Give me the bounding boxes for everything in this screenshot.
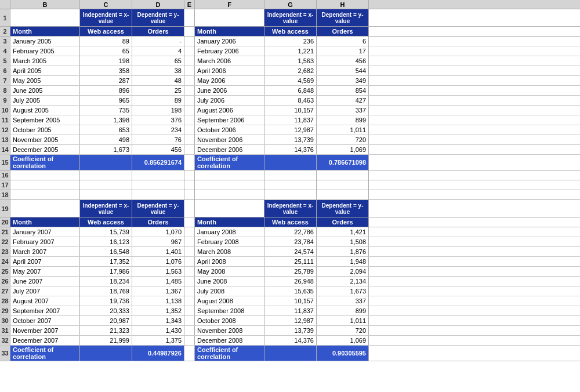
row-num-16: 16: [0, 170, 10, 180]
cell-h13: 720: [317, 135, 369, 144]
table-row: 25 May 2007 17,986 1,563 May 2008 25,789…: [0, 267, 580, 277]
cell-h1: Dependent = y-value: [317, 9, 369, 26]
cell-d12: 234: [132, 125, 184, 135]
cell-h22: 1,508: [317, 237, 369, 246]
cell-c33-corr: [80, 346, 132, 361]
cell-d8: 25: [132, 86, 184, 95]
cell-f29: September 2008: [195, 306, 264, 315]
col-header-d: D: [132, 0, 184, 9]
cell-b17: [10, 180, 80, 190]
cell-h2: Orders: [317, 27, 369, 36]
table-row: 5 March 2005 198 65 March 2006 1,563 456: [0, 56, 580, 66]
cell-g30: 12,987: [264, 316, 317, 325]
cell-f22: February 2008: [195, 237, 264, 246]
cell-h31: 720: [317, 326, 369, 335]
cell-f4: February 2006: [195, 46, 264, 56]
cell-h27: 1,673: [317, 286, 369, 296]
cell-f23: March 2008: [195, 247, 264, 256]
cell-d14: 456: [132, 145, 184, 154]
cell-g9: 8,463: [264, 96, 317, 105]
row-num-13: 13: [0, 135, 10, 144]
row-num-27: 27: [0, 286, 10, 296]
cell-c2: Web access: [80, 27, 132, 36]
cell-e23: [184, 247, 195, 256]
cell-b29: September 2007: [10, 306, 80, 315]
table-row: 4 February 2005 65 4 February 2006 1,221…: [0, 46, 580, 56]
cell-g19: Independent = x-value: [264, 200, 317, 217]
row-num-23: 23: [0, 247, 10, 256]
cell-f15-corr: Coefficient of correlation: [195, 155, 264, 170]
cell-d10: 198: [132, 106, 184, 115]
cell-e11: [184, 115, 195, 125]
cell-h33-corr: 0.90305595: [317, 346, 369, 361]
cell-b19: [10, 200, 80, 217]
cell-d31: 1,430: [132, 326, 184, 335]
table-row: 12 October 2005 653 234 October 2006 12,…: [0, 125, 580, 135]
cell-e28: [184, 296, 195, 306]
row-num-25: 25: [0, 267, 10, 276]
cell-e31: [184, 326, 195, 335]
cell-g32: 14,376: [264, 336, 317, 345]
cell-d22: 967: [132, 237, 184, 246]
cell-h8: 854: [317, 86, 369, 95]
cell-g16: [264, 170, 317, 180]
cell-b7: May 2005: [10, 76, 80, 85]
cell-g25: 25,789: [264, 267, 317, 276]
cell-e24: [184, 257, 195, 266]
cell-d2: Orders: [132, 27, 184, 36]
corner-cell: [0, 0, 10, 9]
cell-c31: 21,323: [80, 326, 132, 335]
cell-c27: 18,769: [80, 286, 132, 296]
cell-d32: 1,375: [132, 336, 184, 345]
cell-h28: 337: [317, 296, 369, 306]
col-header-b: B: [10, 0, 80, 9]
cell-b4: February 2005: [10, 46, 80, 56]
cell-d30: 1,343: [132, 316, 184, 325]
cell-h12: 1,011: [317, 125, 369, 135]
cell-b21: January 2007: [10, 227, 80, 237]
cell-f2: Month: [195, 27, 264, 36]
cell-e6: [184, 66, 195, 75]
table-row: 24 April 2007 17,352 1,076 April 2008 25…: [0, 257, 580, 267]
cell-g2: Web access: [264, 27, 317, 36]
table-row: 30 October 2007 20,987 1,343 October 200…: [0, 316, 580, 326]
cell-f31: November 2008: [195, 326, 264, 335]
cell-h6: 544: [317, 66, 369, 75]
row-num-5: 5: [0, 56, 10, 66]
row-num-17: 17: [0, 180, 10, 190]
cell-f27: July 2008: [195, 286, 264, 296]
cell-h20: Orders: [317, 217, 369, 227]
cell-g15-corr: [264, 155, 317, 170]
cell-c13: 498: [80, 135, 132, 144]
cell-h16: [317, 170, 369, 180]
cell-e33: [184, 346, 195, 361]
cell-f9: July 2006: [195, 96, 264, 105]
cell-e8: [184, 86, 195, 95]
cell-c8: 896: [80, 86, 132, 95]
cell-c24: 17,352: [80, 257, 132, 266]
cell-f1: [195, 9, 264, 26]
cell-h9: 427: [317, 96, 369, 105]
cell-h25: 2,094: [317, 267, 369, 276]
cell-e29: [184, 306, 195, 315]
cell-b33-corr: Coefficient of correlation: [10, 346, 80, 361]
cell-e13: [184, 135, 195, 144]
cell-c1: Independent = x-value: [80, 9, 132, 26]
cell-h18: [317, 190, 369, 199]
cell-g10: 10,157: [264, 106, 317, 115]
cell-g11: 11,837: [264, 115, 317, 125]
cell-g18: [264, 190, 317, 199]
cell-c17: [80, 180, 132, 190]
table-row: 14 December 2005 1,673 456 December 2006…: [0, 145, 580, 155]
cell-h26: 2,134: [317, 277, 369, 286]
cell-f11: September 2006: [195, 115, 264, 125]
cell-c4: 65: [80, 46, 132, 56]
cell-g22: 23,784: [264, 237, 317, 246]
cell-e16: [184, 170, 195, 180]
row-num-33: 33: [0, 346, 10, 361]
row-num-22: 22: [0, 237, 10, 246]
cell-f20: Month: [195, 217, 264, 227]
cell-h23: 1,876: [317, 247, 369, 256]
cell-c23: 16,548: [80, 247, 132, 256]
row-num-21: 21: [0, 227, 10, 237]
